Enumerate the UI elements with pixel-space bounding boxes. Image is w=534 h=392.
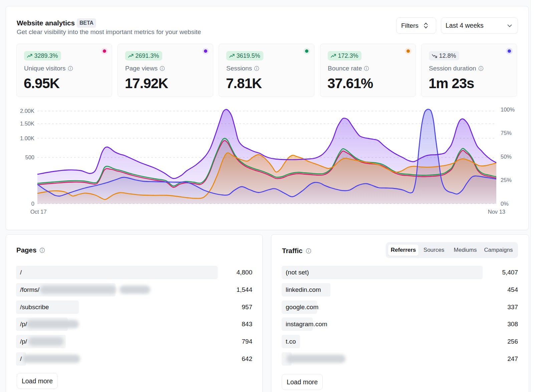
- svg-text:Nov 13: Nov 13: [488, 209, 505, 215]
- svg-text:Oct 17: Oct 17: [30, 209, 47, 215]
- svg-text:50%: 50%: [501, 154, 512, 160]
- svg-text:1.00K: 1.00K: [20, 135, 34, 141]
- svg-text:25%: 25%: [501, 177, 512, 183]
- svg-text:100%: 100%: [501, 107, 515, 113]
- svg-text:0: 0: [31, 201, 34, 207]
- svg-text:75%: 75%: [501, 130, 512, 136]
- svg-text:500: 500: [25, 154, 34, 160]
- svg-text:0%: 0%: [501, 201, 509, 207]
- svg-text:2.00K: 2.00K: [20, 108, 34, 114]
- svg-text:1.50K: 1.50K: [20, 121, 34, 127]
